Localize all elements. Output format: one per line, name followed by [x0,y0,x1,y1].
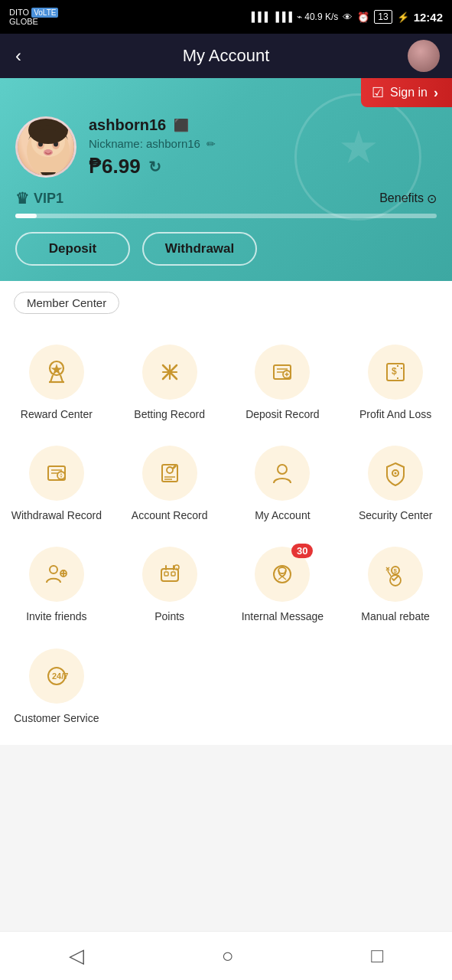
vip-badge: ♛ VIP1 [15,189,63,207]
eye-icon: 👁 [343,11,353,23]
internal-message-label: Internal Message [242,609,324,623]
check-icon: ☑ [372,84,384,101]
profile-card: ☑ Sign in › [0,78,452,281]
menu-item-customer-service[interactable]: 24/7 Customer Service [0,636,113,737]
invite-friends-icon-circle [29,547,84,602]
menu-item-invite-friends[interactable]: Invite friends [0,534,113,635]
menu-item-manual-rebate[interactable]: $ Manual rebate [339,534,452,635]
reward-center-icon-circle [29,345,84,400]
deposit-button[interactable]: Deposit [15,232,130,266]
back-icon: ‹ [15,45,21,66]
profit-and-loss-label: Profit And Loss [359,407,431,421]
account-record-icon-circle [142,446,197,501]
benefits-button[interactable]: Benefits ⊙ [379,191,437,206]
menu-grid: Reward Center Betting Record Depos [0,325,452,745]
menu-item-account-record[interactable]: Account Record [113,433,226,534]
vip-row: ♛ VIP1 Benefits ⊙ [15,189,437,207]
nickname: Nickname: ashborn16 [89,137,200,150]
charge-icon: ⚡ [397,11,409,23]
signal-icon: ▐▐▐ [249,11,268,22]
manual-rebate-label: Manual rebate [361,609,430,623]
bottom-spacer [0,745,452,794]
home-nav-button[interactable]: ○ [199,936,257,975]
profit-and-loss-icon-circle: $ [368,345,423,400]
points-label: Points [154,609,184,623]
svg-point-53 [274,566,291,583]
refresh-icon[interactable]: ↻ [148,158,161,176]
svg-text:+: + [175,566,177,570]
svg-text:$: $ [392,366,397,377]
svg-point-42 [50,566,57,573]
svg-point-39 [278,465,287,474]
copy-icon[interactable]: ⬛ [174,118,189,132]
menu-item-internal-message[interactable]: 30 Internal Message [226,534,340,635]
svg-line-55 [278,577,282,580]
customer-service-label: Customer Service [14,711,99,725]
progress-bar-container [15,214,437,218]
reward-center-label: Reward Center [21,407,93,421]
benefits-arrow-icon: ⊙ [427,191,437,206]
home-nav-icon: ○ [222,944,234,967]
crown-icon: ♛ [15,189,29,207]
svg-line-56 [282,577,286,580]
internal-message-icon-circle: 30 [255,547,310,602]
menu-item-my-account[interactable]: My Account [226,433,340,534]
bottom-nav: ◁ ○ □ [0,931,452,980]
carrier2: GLOBE [9,17,58,26]
arrow-right-icon: › [434,85,438,101]
points-icon-circle: + [142,547,197,602]
member-center-tag: Member Center [14,292,119,314]
menu-item-withdrawal-record[interactable]: Withdrawal Record [0,433,113,534]
message-badge: 30 [291,544,313,558]
username-row: ashborn16 ⬛ [89,116,437,134]
menu-item-deposit-record[interactable]: Deposit Record [226,332,340,433]
user-details: ashborn16 ⬛ Nickname: ashborn16 ✏ ₱6.99 … [89,116,437,178]
betting-record-icon-circle [142,345,197,400]
svg-point-6 [44,149,53,155]
withdrawal-record-label: Withdrawal Record [11,508,102,522]
menu-item-profit-and-loss[interactable]: $ Profit And Loss [339,332,452,433]
balance: ₱6.99 ↻ [89,155,437,178]
back-nav-icon: ◁ [69,944,84,967]
wifi-icon: ⌁ 40.9 K/s [297,11,338,22]
svg-rect-48 [171,572,175,576]
menu-item-security-center[interactable]: Security Center [339,433,452,534]
deposit-record-label: Deposit Record [246,407,320,421]
security-center-label: Security Center [359,508,432,522]
recent-nav-icon: □ [371,944,383,967]
back-button[interactable]: ‹ [15,45,21,67]
alarm-icon: ⏰ [357,11,369,23]
withdrawal-record-icon-circle [29,446,84,501]
svg-text:24/7: 24/7 [52,671,68,681]
section-label-container: Member Center [0,281,452,325]
svg-text:$: $ [394,567,398,574]
svg-point-54 [278,567,286,573]
carrier1: DITO VoLTE [9,8,58,17]
sign-in-button[interactable]: ☑ Sign in › [361,78,452,107]
menu-item-reward-center[interactable]: Reward Center [0,332,113,433]
manual-rebate-icon-circle: $ [368,547,423,602]
edit-icon[interactable]: ✏ [206,138,216,150]
invite-friends-label: Invite friends [26,609,86,623]
status-right: ▐▐▐ ▐▐▐ ⌁ 40.9 K/s 👁 ⏰ 13 ⚡ 12:42 [249,10,443,24]
signal2-icon: ▐▐▐ [272,11,292,22]
menu-item-betting-record[interactable]: Betting Record [113,332,226,433]
progress-bar-fill [15,214,37,218]
betting-record-label: Betting Record [134,407,205,421]
menu-item-points[interactable]: + Points [113,534,226,635]
avatar-image [18,119,74,175]
battery-icon: 13 [374,10,392,24]
security-center-icon-circle [368,446,423,501]
recent-nav-button[interactable]: □ [348,936,406,975]
my-account-icon-circle [255,446,310,501]
svg-line-10 [50,375,53,382]
my-account-label: My Account [255,508,310,522]
status-time: 12:42 [414,11,443,24]
svg-point-36 [167,467,173,473]
svg-line-11 [60,375,63,382]
svg-point-41 [395,472,397,475]
withdrawal-button[interactable]: Withdrawal [142,232,257,266]
benefits-label: Benefits [379,191,424,205]
username: ashborn16 [89,116,166,134]
back-nav-button[interactable]: ◁ [46,936,107,975]
